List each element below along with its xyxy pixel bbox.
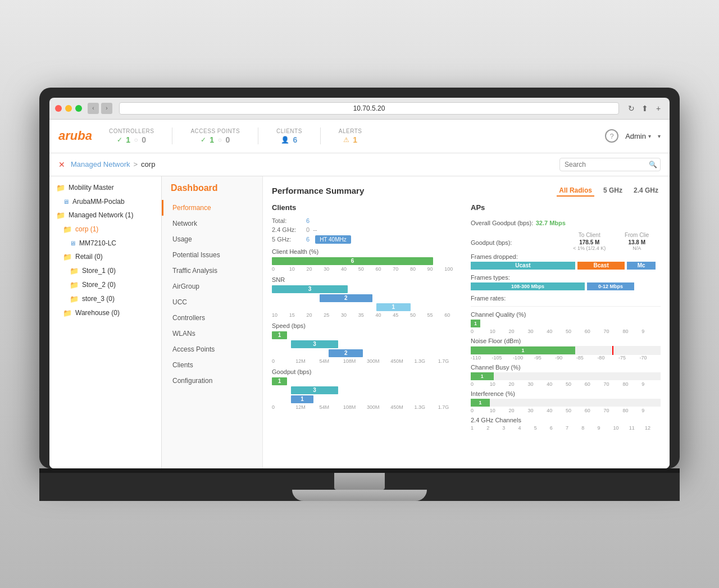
to-client-header: To Client: [566, 232, 613, 238]
aps-column: APs Overall Goodput (bps): 32.7 Mbps To …: [471, 203, 661, 434]
channel-quality-label: Channel Quality (%): [471, 311, 661, 318]
interference-bar: 1: [471, 399, 490, 407]
24ghz-extra: --: [313, 226, 317, 233]
admin-button[interactable]: Admin ▾: [625, 132, 651, 140]
search-icon: 🔍: [649, 161, 657, 168]
sidebar-label-aruba-mm: ArubaMM-Poclab: [72, 198, 125, 206]
radio-tabs: All Radios 5 GHz 2.4 GHz: [557, 185, 661, 197]
interference-axis: 010203040506070809: [471, 408, 661, 413]
sidebar-item-mobility-master[interactable]: 📁 Mobility Master: [49, 181, 161, 195]
monitor-base: [292, 490, 427, 501]
frames-0-12-bar: 0-12 Mbps: [587, 282, 635, 290]
sidebar-label-warehouse: Warehouse (0): [75, 309, 120, 317]
speed-bar-3: 3: [291, 340, 339, 348]
5ghz-value[interactable]: 6: [306, 236, 310, 243]
breadcrumb: ✕ Managed Network > corp: [58, 160, 155, 169]
frames-dropped-row: Frames dropped: Ucast Bcast: [471, 253, 661, 270]
channel-busy-label: Channel Busy (%): [471, 364, 661, 371]
goodput-bar-1b: 1: [291, 395, 314, 403]
clients-5ghz-row: 5 GHz: 6 HT 40MHz: [272, 235, 462, 244]
tab-5ghz[interactable]: 5 GHz: [601, 185, 625, 197]
overall-goodput-label: Overall Goodput (bps):: [471, 220, 533, 226]
nav-item-ucc[interactable]: UCC: [162, 294, 262, 310]
frames-ucast-bar: Ucast: [471, 262, 575, 270]
sidebar-item-mm7210[interactable]: 🖥 MM7210-LC: [49, 236, 161, 250]
sidebar-item-aruba-mm[interactable]: 🖥 ArubaMM-Poclab: [49, 195, 161, 208]
stat-divider: [172, 127, 172, 144]
ap-ok-icon: ✓: [201, 136, 207, 144]
device-icon-2: 🖥: [70, 240, 76, 247]
controllers-stat: CONTROLLERS ✓ 1 ○ 0: [109, 128, 154, 144]
folder-icon-7: 📁: [70, 295, 79, 303]
reload-button[interactable]: ↻: [626, 103, 637, 114]
noise-floor-label: Noise Floor (dBm): [471, 338, 661, 344]
search-input[interactable]: [565, 161, 649, 168]
ht40mhz-badge: HT 40MHz: [315, 235, 351, 244]
breadcrumb-root[interactable]: Managed Network: [71, 160, 130, 168]
sidebar-label-store2: Store_2 (0): [82, 281, 116, 289]
goodput-from-sub: N/A: [613, 245, 661, 251]
tab-24ghz[interactable]: 2.4 GHz: [631, 185, 661, 197]
minimize-button[interactable]: [65, 105, 72, 112]
snr-bar-3: 3: [272, 285, 348, 293]
nav-item-wlans[interactable]: WLANs: [162, 326, 262, 341]
address-bar[interactable]: 10.70.5.20: [119, 102, 619, 115]
nav-stats: CONTROLLERS ✓ 1 ○ 0 ACCESS POINTS: [109, 127, 605, 144]
nav-item-access-points[interactable]: Access Points: [162, 341, 262, 357]
settings-button[interactable]: ▾: [658, 133, 661, 139]
frames-mc-bar: Mc: [627, 262, 656, 270]
total-value[interactable]: 6: [306, 217, 310, 224]
nav-item-controllers[interactable]: Controllers: [162, 310, 262, 326]
nav-item-clients[interactable]: Clients: [162, 357, 262, 373]
clients-icon: 👤: [281, 136, 290, 144]
perf-summary-header: Performance Summary All Radios 5 GHz 2.4…: [272, 185, 661, 197]
help-button[interactable]: ?: [605, 129, 618, 143]
maximize-button[interactable]: [75, 105, 82, 112]
nav-item-potential-issues[interactable]: Potential Issues: [162, 247, 262, 263]
aps-col-title: APs: [471, 203, 661, 212]
sidebar-item-warehouse[interactable]: 📁 Warehouse (0): [49, 306, 161, 320]
goodput-bar-container: 1 3 1 01: [272, 377, 462, 410]
back-button[interactable]: ‹: [88, 103, 99, 114]
perf-summary-title: Performance Summary: [272, 186, 364, 195]
new-tab-button[interactable]: +: [653, 103, 664, 114]
5ghz-label: 5 GHz:: [272, 236, 303, 243]
sidebar-item-retail[interactable]: 📁 Retail (0): [49, 250, 161, 264]
sidebar-label-corp: corp (1): [75, 225, 98, 233]
ap-direction-headers: To Client From Clie: [471, 232, 661, 238]
speed-bar-container: 1 3 2 01: [272, 331, 462, 364]
24ghz-channels-label: 2.4 GHz Channels: [471, 417, 661, 423]
snr-axis: 1015202530354045505560: [272, 312, 462, 318]
share-button[interactable]: ⬆: [639, 103, 650, 114]
snr-bar-2: 2: [320, 294, 373, 302]
nav-item-traffic-analysis[interactable]: Traffic Analysis: [162, 263, 262, 279]
close-button[interactable]: [55, 105, 62, 112]
nav-item-usage[interactable]: Usage: [162, 231, 262, 247]
stat-divider-3: [320, 127, 321, 144]
sidebar-item-corp[interactable]: 📁 corp (1): [49, 222, 161, 236]
nav-item-performance[interactable]: Performance: [162, 200, 262, 216]
forward-button[interactable]: ›: [101, 103, 112, 114]
clients-total-row: Total: 6: [272, 217, 462, 224]
monitor-neck: [334, 473, 385, 490]
sidebar-item-store2[interactable]: 📁 Store_2 (0): [49, 278, 161, 292]
total-label: Total:: [272, 217, 303, 224]
nav-item-network-label[interactable]: Network: [162, 216, 262, 231]
sidebar-label-mobility-master: Mobility Master: [69, 184, 114, 192]
sidebar-item-store1[interactable]: 📁 Store_1 (0): [49, 264, 161, 278]
24ghz-channels-axis: 123456789101112: [471, 425, 661, 431]
nav-item-airgroup[interactable]: AirGroup: [162, 279, 262, 294]
frames-types-row: Frames types: 108-300 Mbps 0-12 Mbps: [471, 274, 661, 290]
close-breadcrumb-icon[interactable]: ✕: [58, 160, 65, 169]
access-points-stat: ACCESS POINTS ✓ 1 ○ 0: [190, 128, 240, 144]
sidebar-item-managed-network[interactable]: 📁 Managed Network (1): [49, 208, 161, 222]
alerts-icon: ⚠: [343, 136, 350, 144]
breadcrumb-bar: ✕ Managed Network > corp 🔍: [49, 153, 670, 176]
frames-108-300-bar: 108-300 Mbps: [471, 282, 585, 290]
cq-bar-fill: 1: [471, 320, 480, 327]
nav-item-configuration[interactable]: Configuration: [162, 373, 262, 389]
breadcrumb-current: corp: [141, 160, 155, 168]
channel-busy-bar: 1: [471, 372, 494, 380]
sidebar-item-store3[interactable]: 📁 store_3 (0): [49, 292, 161, 306]
tab-all-radios[interactable]: All Radios: [557, 185, 594, 197]
